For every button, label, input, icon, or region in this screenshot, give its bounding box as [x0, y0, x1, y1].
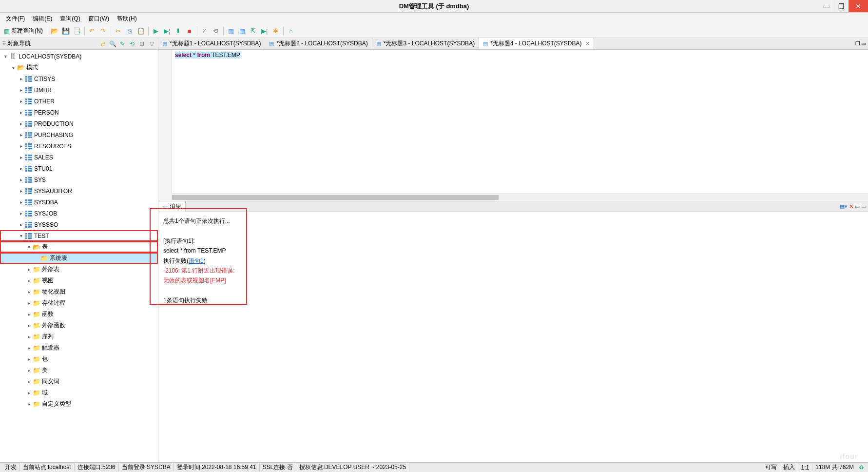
svg-rect-11: [30, 87, 32, 89]
tree-views[interactable]: ▸📁视图: [0, 275, 158, 286]
svg-rect-57: [25, 145, 27, 147]
tree-triggers[interactable]: ▸📁触发器: [0, 342, 158, 354]
tree-custom[interactable]: ▸📁自定义类型: [0, 398, 158, 410]
tree-seqs[interactable]: ▸📁序列: [0, 331, 158, 342]
tab-untitled4[interactable]: ▤*无标题4 - LOCALHOST(SYSDBA)✕: [479, 38, 594, 49]
tree-ext-tables[interactable]: ▸📁外部表: [0, 264, 158, 275]
tree-schema-person[interactable]: ▸PERSON: [0, 107, 158, 118]
run-step-icon[interactable]: ▶¦: [162, 26, 173, 37]
run-icon[interactable]: ▶: [151, 26, 161, 37]
sql-file-icon: ▤: [269, 40, 274, 47]
tree-connection[interactable]: ▾🗄LOCALHOST(SYSDBA): [0, 51, 158, 62]
restore-icon[interactable]: ❐: [855, 40, 860, 47]
toolbar: ▦ 新建查询(N) 📂 💾 📑 ↶ ↷ ✂ ⎘ 📋 ▶ ▶¦ ⬇ ■ ✓ ⟲ ▦…: [0, 24, 868, 38]
tree-pkgs[interactable]: ▸📁包: [0, 354, 158, 365]
tree-schema-other[interactable]: ▸OTHER: [0, 96, 158, 107]
tab-close-icon[interactable]: ✕: [585, 40, 590, 47]
svg-rect-129: [25, 235, 27, 236]
paste-icon[interactable]: 📋: [135, 26, 146, 37]
menu-window[interactable]: 窗口(W): [84, 14, 113, 24]
tree-tables[interactable]: ▾📂表: [0, 241, 158, 253]
svg-rect-59: [30, 145, 32, 147]
tool-icon[interactable]: ✱: [270, 26, 281, 37]
tree-schema-purchasing[interactable]: ▸PURCHASING: [0, 129, 158, 140]
edit-icon[interactable]: ✎: [118, 39, 127, 48]
tree-schema-syssso[interactable]: ▸SYSSSO: [0, 219, 158, 230]
tree-schema-sys[interactable]: ▸SYS: [0, 174, 158, 185]
commit-icon[interactable]: ✓: [199, 26, 210, 37]
tab-menu-icon[interactable]: ▭: [861, 40, 866, 47]
menu-file[interactable]: 文件(F): [2, 14, 29, 24]
home-icon[interactable]: ⌂: [286, 26, 296, 37]
editor-tabs: ▤*无标题1 - LOCALHOST(SYSDBA) ▤*无标题2 - LOCA…: [158, 38, 868, 50]
tree-procs[interactable]: ▸📁存储过程: [0, 297, 158, 309]
result-pin-icon[interactable]: ▭: [855, 203, 860, 210]
close-button[interactable]: ✕: [849, 0, 868, 12]
tree-schema-test[interactable]: ▾TEST: [0, 230, 158, 241]
tree-schema-sysdba[interactable]: ▸SYSDBA: [0, 197, 158, 208]
tab-untitled1[interactable]: ▤*无标题1 - LOCALHOST(SYSDBA): [158, 38, 265, 49]
stmt-link[interactable]: 语句1: [189, 257, 204, 264]
result-clear-icon[interactable]: ✕: [849, 203, 853, 210]
tree-schema-sales[interactable]: ▸SALES: [0, 152, 158, 163]
result-grid-icon[interactable]: ▦▾: [840, 203, 848, 210]
grid1-icon[interactable]: ▦: [226, 26, 236, 37]
tree-schema-sysjob[interactable]: ▸SYSJOB: [0, 208, 158, 219]
tree-schema-stu01[interactable]: ▸STU01: [0, 163, 158, 174]
tree-classes[interactable]: ▸📁类: [0, 365, 158, 376]
menu-help[interactable]: 帮助(H): [113, 14, 141, 24]
svg-rect-115: [28, 215, 30, 216]
new-query-button[interactable]: ▦ 新建查询(N): [2, 27, 45, 35]
open-icon[interactable]: 📂: [49, 26, 60, 37]
tree-extfuncs[interactable]: ▸📁外部函数: [0, 320, 158, 331]
collapse-icon[interactable]: ⊟: [137, 39, 146, 48]
refresh-icon[interactable]: ⟲: [128, 39, 136, 48]
object-tree[interactable]: ▾🗄LOCALHOST(SYSDBA)▾📂模式▸CTISYS▸DMHR▸OTHE…: [0, 50, 158, 462]
copy-icon[interactable]: ⎘: [124, 26, 135, 37]
status-site: 当前站点:localhost: [20, 463, 75, 472]
script-icon[interactable]: ▶|: [259, 26, 270, 37]
svg-rect-8: [30, 80, 32, 82]
redo-icon[interactable]: ↷: [98, 26, 109, 37]
tree-schema-ctisys[interactable]: ▸CTISYS: [0, 73, 158, 84]
tree-synonyms[interactable]: ▸📁同义词: [0, 376, 158, 387]
tree-domains[interactable]: ▸📁域: [0, 387, 158, 398]
svg-rect-24: [25, 103, 27, 104]
tree-schema-dmhr[interactable]: ▸DMHR: [0, 84, 158, 96]
grid2-icon[interactable]: ▦: [237, 26, 248, 37]
tree-schema-production[interactable]: ▸PRODUCTION: [0, 118, 158, 129]
find-icon[interactable]: 🔍: [108, 39, 117, 48]
saveall-icon[interactable]: 📑: [72, 26, 82, 37]
tree-matviews[interactable]: ▸📁物化视图: [0, 286, 158, 297]
tree-system-tables[interactable]: 📁系统表: [0, 253, 158, 264]
minimize-button[interactable]: —: [819, 0, 834, 12]
svg-rect-46: [28, 132, 30, 134]
save-icon[interactable]: 💾: [60, 26, 71, 37]
cut-icon[interactable]: ✂: [113, 26, 124, 37]
sql-editor[interactable]: select * from TEST.EMP: [158, 50, 868, 201]
msg-stmt-header: [执行语句1]:: [163, 236, 863, 246]
svg-rect-94: [28, 190, 30, 192]
menu-dropdown-icon[interactable]: ▽: [147, 39, 156, 48]
message-tab[interactable]: ▭消息: [158, 201, 186, 212]
menu-edit[interactable]: 编辑(E): [29, 14, 56, 24]
debug-icon[interactable]: ⬇: [173, 26, 184, 37]
tree-mode[interactable]: ▾📂模式: [0, 62, 158, 73]
link-icon[interactable]: ⇄: [98, 39, 107, 48]
maximize-button[interactable]: ❐: [834, 0, 849, 12]
svg-rect-97: [28, 193, 30, 194]
menu-query[interactable]: 查询(Q): [56, 14, 84, 24]
tree-funcs[interactable]: ▸📁函数: [0, 309, 158, 320]
export-icon[interactable]: ⇱: [248, 26, 259, 37]
tab-untitled2[interactable]: ▤*无标题2 - LOCALHOST(SYSDBA): [265, 38, 372, 49]
undo-icon[interactable]: ↶: [87, 26, 97, 37]
tree-schema-resources[interactable]: ▸RESOURCES: [0, 140, 158, 152]
svg-rect-42: [25, 125, 27, 127]
gc-icon[interactable]: ♻: [857, 464, 866, 471]
rollback-icon[interactable]: ⟲: [211, 26, 221, 37]
editor-hscrollbar[interactable]: [172, 194, 868, 201]
stop-icon[interactable]: ■: [184, 26, 195, 37]
tab-untitled3[interactable]: ▤*无标题3 - LOCALHOST(SYSDBA): [372, 38, 479, 49]
result-max-icon[interactable]: ▭: [861, 203, 866, 210]
tree-schema-sysauditor[interactable]: ▸SYSAUDITOR: [0, 185, 158, 197]
